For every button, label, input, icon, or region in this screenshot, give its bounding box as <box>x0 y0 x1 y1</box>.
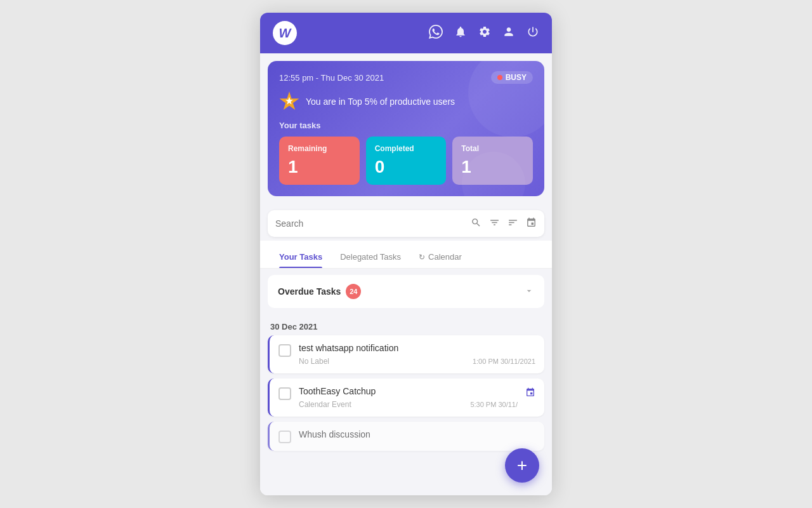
task-title-2: ToothEasy Catchup <box>299 386 518 396</box>
total-label: Total <box>461 144 524 153</box>
task-meta-1: No Label 1:00 PM 30/11/2021 <box>299 357 535 366</box>
content-area: 12:55 pm - Thu Dec 30 2021 BUSY You are … <box>260 53 552 495</box>
date-label: 30 Dec 2021 <box>260 314 552 335</box>
total-value: 1 <box>461 157 524 177</box>
remaining-value: 1 <box>288 157 351 177</box>
filter-icon[interactable] <box>489 217 500 231</box>
overdue-count-badge: 24 <box>346 284 361 299</box>
busy-badge: BUSY <box>491 71 533 84</box>
search-bar <box>268 210 544 237</box>
calendar-refresh-icon: ↻ <box>419 253 425 262</box>
bell-icon[interactable] <box>454 25 467 41</box>
tab-calendar-label: Calendar <box>428 252 462 262</box>
tabs-row: Your Tasks Delegated Tasks ↻ Calendar <box>260 241 552 269</box>
logo: W <box>273 21 297 45</box>
overdue-section: Overdue Tasks 24 <box>268 275 544 308</box>
sort-icon[interactable] <box>508 217 518 231</box>
tab-delegated-tasks[interactable]: Delegated Tasks <box>331 246 410 268</box>
remaining-stat-card: Remaining 1 <box>279 137 360 185</box>
app-header: W <box>260 13 552 53</box>
tab-calendar[interactable]: ↻ Calendar <box>410 246 471 268</box>
task-checkbox-1[interactable] <box>278 344 291 357</box>
task-calendar-icon <box>525 387 535 400</box>
busy-label: BUSY <box>506 73 527 82</box>
user-icon[interactable] <box>502 25 515 41</box>
task-checkbox-3[interactable] <box>278 431 291 443</box>
completed-value: 0 <box>375 157 438 177</box>
banner-datetime-row: 12:55 pm - Thu Dec 30 2021 BUSY <box>279 71 533 84</box>
completed-stat-card: Completed 0 <box>366 137 447 185</box>
tab-delegated-tasks-label: Delegated Tasks <box>340 252 401 262</box>
search-input[interactable] <box>275 218 471 229</box>
task-title-1: test whatsapp notification <box>299 343 535 353</box>
task-label-2: Calendar Event <box>299 400 351 409</box>
app-container: W 12:55 pm - Thu Dec 30 2021 <box>260 13 552 495</box>
top5-text: You are in Top 5% of productive users <box>306 97 455 107</box>
logo-mark: W <box>273 21 297 45</box>
task-title-3: Whush discussion <box>299 429 535 439</box>
task-body-1: test whatsapp notification No Label 1:00… <box>299 343 535 366</box>
settings-icon[interactable] <box>478 25 491 41</box>
add-task-fab[interactable]: + <box>505 448 539 483</box>
overdue-title-row: Overdue Tasks 24 <box>278 284 361 299</box>
task-item: Whush discussion <box>268 422 544 451</box>
whatsapp-icon[interactable] <box>429 25 443 42</box>
task-stats-row: Remaining 1 Completed 0 Total 1 <box>279 137 533 185</box>
chevron-down-icon <box>524 286 534 298</box>
total-stat-card: Total 1 <box>452 137 533 185</box>
task-item: test whatsapp notification No Label 1:00… <box>268 335 544 373</box>
banner-card: 12:55 pm - Thu Dec 30 2021 BUSY You are … <box>268 61 544 196</box>
busy-dot <box>497 75 502 80</box>
search-magnifier-icon[interactable] <box>471 217 481 231</box>
task-body-2: ToothEasy Catchup Calendar Event 5:30 PM… <box>299 386 518 409</box>
header-icons <box>429 25 539 42</box>
search-section <box>260 204 552 241</box>
task-meta-2: Calendar Event 5:30 PM 30/11/ <box>299 400 518 409</box>
tab-your-tasks-label: Your Tasks <box>279 252 322 262</box>
calendar-icon[interactable] <box>526 217 537 231</box>
tab-your-tasks[interactable]: Your Tasks <box>270 246 331 268</box>
task-time-1: 1:00 PM 30/11/2021 <box>473 358 535 365</box>
task-label-1: No Label <box>299 357 329 366</box>
search-icons <box>471 217 537 231</box>
completed-label: Completed <box>375 144 438 153</box>
overdue-title: Overdue Tasks <box>278 286 341 297</box>
task-item: ToothEasy Catchup Calendar Event 5:30 PM… <box>268 378 544 417</box>
remaining-label: Remaining <box>288 144 351 153</box>
banner-datetime: 12:55 pm - Thu Dec 30 2021 <box>279 73 384 83</box>
top5-badge <box>279 91 299 112</box>
task-checkbox-2[interactable] <box>278 387 291 400</box>
banner-top5-row: You are in Top 5% of productive users <box>279 91 533 112</box>
task-body-3: Whush discussion <box>299 429 535 443</box>
task-time-2: 5:30 PM 30/11/ <box>470 401 518 408</box>
overdue-header[interactable]: Overdue Tasks 24 <box>268 275 544 308</box>
power-icon[interactable] <box>527 25 539 41</box>
your-tasks-banner-label: Your tasks <box>279 121 533 130</box>
